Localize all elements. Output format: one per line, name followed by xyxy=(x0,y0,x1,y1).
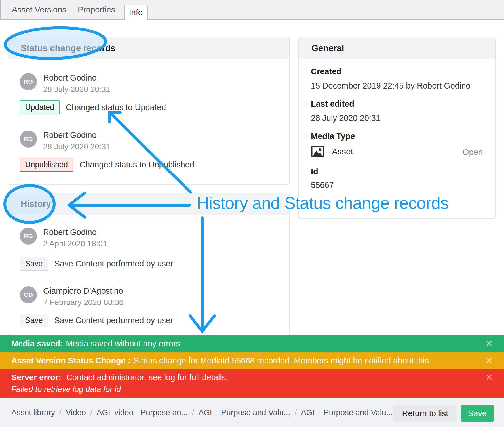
general-panel-title: General xyxy=(299,37,495,59)
history-panel: History RG Robert Godino 2 April 2020 18… xyxy=(8,193,290,335)
status-panel-title: Status change records xyxy=(8,37,289,59)
notification-warning: Asset Version Status Change : Status cha… xyxy=(0,352,504,369)
breadcrumb-separator: / xyxy=(59,408,62,417)
close-icon[interactable]: ✕ xyxy=(486,373,493,382)
history-entry-row: RG Robert Godino 2 April 2020 18:01 xyxy=(20,228,107,248)
breadcrumb-separator: / xyxy=(90,408,92,417)
status-entry-row: RG Robert Godino 28 July 2020 20:31 xyxy=(20,131,110,151)
history-action-row: Save Save Content performed by user xyxy=(20,257,173,271)
status-badge: Unpublished xyxy=(20,158,73,172)
close-icon[interactable]: ✕ xyxy=(486,339,493,348)
notification-detail: Failed to retrieve log data for id xyxy=(11,385,493,394)
last-edited-value: 28 July 2020 20:31 xyxy=(311,113,380,123)
user-name: Robert Godino xyxy=(43,131,110,140)
status-action-text: Changed status to Updated xyxy=(66,103,166,112)
notification-success: Media saved: Media saved without any err… xyxy=(0,335,504,352)
status-change-records-panel: Status change records RG Robert Godino 2… xyxy=(8,37,290,185)
return-to-list-button[interactable]: Return to list xyxy=(393,405,457,422)
tab-asset-versions[interactable]: Asset Versions xyxy=(12,0,66,19)
breadcrumb-separator: / xyxy=(192,408,194,417)
entry-date: 28 July 2020 20:31 xyxy=(43,85,110,94)
notification-title: Server error: xyxy=(11,373,61,382)
id-value: 55667 xyxy=(311,180,334,190)
tab-info-active[interactable]: Info xyxy=(124,5,148,20)
status-badge: Updated xyxy=(20,100,60,114)
breadcrumb-separator: / xyxy=(294,408,297,417)
created-label: Created xyxy=(311,67,341,76)
breadcrumb-agl-purpose[interactable]: AGL - Purpose and Valu... xyxy=(199,408,290,417)
tab-properties[interactable]: Properties xyxy=(78,0,115,19)
notification-message: Media saved without any errors xyxy=(66,339,180,348)
entry-date: 28 July 2020 20:31 xyxy=(43,142,110,151)
breadcrumb-current: AGL - Purpose and Valu... xyxy=(301,408,393,417)
user-name: Robert Godino xyxy=(43,228,107,237)
history-action-text: Save Content performed by user xyxy=(54,316,173,325)
notification-message: Status change for MediaId 55668 recorded… xyxy=(134,356,431,365)
user-name: Giampiero D’Agostino xyxy=(43,286,123,296)
history-panel-title: History xyxy=(8,193,289,215)
save-button[interactable]: Save xyxy=(461,405,494,422)
status-action-text: Changed status to Unpublished xyxy=(79,160,194,169)
notification-message: Contact administrator, see log for full … xyxy=(66,373,228,382)
close-icon[interactable]: ✕ xyxy=(486,356,493,365)
media-type-value: Asset xyxy=(332,147,353,156)
tab-bar: Asset Versions Properties xyxy=(0,0,504,20)
created-value: 15 December 2019 22:45 by Robert Godino xyxy=(311,81,471,91)
history-badge: Save xyxy=(20,257,48,271)
general-panel: General Created 15 December 2019 22:45 b… xyxy=(298,37,496,219)
last-edited-label: Last edited xyxy=(311,99,354,109)
breadcrumb: Asset library / Video / AGL video - Purp… xyxy=(11,398,393,427)
avatar: RG xyxy=(20,228,37,245)
status-action-row: Unpublished Changed status to Unpublishe… xyxy=(20,158,194,172)
avatar: RG xyxy=(20,131,37,148)
breadcrumb-asset-library[interactable]: Asset library xyxy=(11,408,55,417)
history-badge: Save xyxy=(20,314,48,327)
open-link[interactable]: Open xyxy=(463,148,483,157)
notification-title: Asset Version Status Change : xyxy=(11,356,131,365)
breadcrumb-video[interactable]: Video xyxy=(66,408,86,417)
history-action-row: Save Save Content performed by user xyxy=(20,314,173,327)
status-entry-row: RG Robert Godino 28 July 2020 20:31 xyxy=(20,73,110,94)
asset-info-page: Asset Versions Properties Info Status ch… xyxy=(0,0,504,427)
notification-error: Server error: Contact administrator, see… xyxy=(0,369,504,398)
status-action-row: Updated Changed status to Updated xyxy=(20,100,166,114)
breadcrumb-agl-video[interactable]: AGL video - Purpose an... xyxy=(97,408,188,417)
media-type-row: Asset xyxy=(311,145,353,158)
id-label: Id xyxy=(311,167,318,176)
entry-date: 7 February 2020 08:36 xyxy=(43,298,123,307)
asset-image-icon xyxy=(311,145,324,158)
avatar: RG xyxy=(20,73,37,90)
avatar: GD xyxy=(20,286,37,303)
media-type-label: Media Type xyxy=(311,132,355,141)
history-action-text: Save Content performed by user xyxy=(54,259,173,268)
history-entry-row: GD Giampiero D’Agostino 7 February 2020 … xyxy=(20,286,123,307)
entry-date: 2 April 2020 18:01 xyxy=(43,239,107,248)
notification-title: Media saved: xyxy=(11,339,63,348)
user-name: Robert Godino xyxy=(43,73,110,83)
footer-bar: Asset library / Video / AGL video - Purp… xyxy=(0,398,504,427)
